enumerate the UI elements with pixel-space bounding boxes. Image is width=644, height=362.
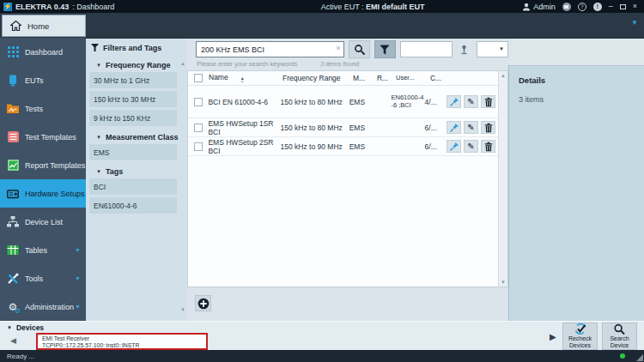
notifications-icon[interactable]: ! — [593, 3, 602, 11]
table-row[interactable]: BCI EN 61000-4-6 150 kHz to 80 MHz EMS E… — [188, 86, 507, 118]
sidebar-item-administration[interactable]: ⚙ ⚙ Administration ▼ — [0, 293, 86, 321]
tools-expand-chevron-icon[interactable]: ▼ — [75, 275, 81, 281]
trash-icon — [483, 142, 494, 152]
sidebar-item-label: Tools — [25, 275, 43, 283]
pin-device-button[interactable] — [457, 40, 472, 58]
dashboard-grid-icon — [7, 46, 19, 58]
filter-section-tags[interactable]: ▼ Tags — [86, 163, 187, 178]
cell-name: BCI EN 61000-4-6 — [208, 98, 280, 106]
select-all-checkbox[interactable] — [194, 74, 203, 82]
minimize-button[interactable]: – — [609, 3, 613, 10]
filter-button[interactable] — [374, 40, 396, 58]
filter-item[interactable]: EN61000-4-6 — [89, 197, 177, 214]
page-title: : Dashboard — [72, 3, 114, 11]
filter-section-title: Measurement Class — [106, 133, 179, 142]
view-dropdown[interactable]: ▼ — [477, 41, 508, 57]
filter-item[interactable]: BCI — [89, 178, 177, 195]
filter-item[interactable]: 30 MHz to 1 GHz — [89, 72, 177, 88]
filter-item[interactable]: 9 kHz to 150 KHz — [89, 110, 177, 126]
row-checkbox[interactable] — [194, 124, 203, 132]
sidebar-item-label: Hardware Setups — [25, 190, 85, 198]
pencil-icon: ✎ — [467, 124, 474, 132]
devices-scroll-left-icon[interactable]: ◀ — [10, 336, 16, 345]
sidebar-item-label: Device List — [25, 218, 63, 226]
delete-row-button[interactable] — [481, 121, 495, 134]
sidebar-item-euts[interactable]: EUTs — [0, 66, 86, 94]
details-summary: 3 items — [519, 95, 644, 104]
sidebar-nav: Dashboard EUTs Tests Test Templates Repo… — [0, 38, 86, 321]
search-button[interactable] — [349, 40, 370, 58]
edit-row-button[interactable]: ✎ — [464, 95, 478, 108]
table-row[interactable]: EMS HWSetup 1SR BCI 150 kHz to 80 MHz EM… — [188, 118, 507, 137]
edit-row-button[interactable]: ✎ — [464, 140, 478, 153]
table-row[interactable]: EMS HWSetup 2SR BCI 150 kHz to 90 MHz EM… — [188, 137, 507, 156]
recheck-devices-button[interactable]: Recheck Devices — [562, 323, 598, 350]
cell-c: 4/... — [425, 98, 447, 106]
filter-section-measurement-class[interactable]: ▼ Measurement Class — [86, 129, 187, 144]
pin-row-button[interactable] — [447, 121, 461, 134]
maximize-button[interactable] — [620, 4, 626, 9]
edit-row-button[interactable]: ✎ — [464, 121, 478, 134]
filter-section-title: Tags — [106, 167, 123, 176]
recheck-label-line1: Recheck — [568, 335, 592, 342]
device-filter-input[interactable] — [400, 41, 453, 57]
filters-scroll-up-icon[interactable]: ▲ — [180, 61, 185, 66]
tabbar-chevron-down-icon[interactable]: ▼ — [631, 19, 638, 27]
column-header-frequency-range[interactable]: Frequency Range — [283, 74, 353, 82]
pencil-icon: ✎ — [467, 142, 474, 151]
cell-user-tags: EN61000-4-6 ;BCI — [392, 94, 425, 109]
delete-row-button[interactable] — [481, 95, 495, 108]
user-menu[interactable]: Admin — [522, 3, 556, 11]
cell-measurement-class: EMS — [349, 124, 373, 132]
tab-home[interactable]: Home — [2, 15, 86, 37]
delete-row-button[interactable] — [481, 140, 495, 153]
search-result-count: 3 items found. — [320, 60, 361, 68]
cell-measurement-class: EMS — [349, 98, 373, 106]
details-title: Details — [519, 75, 644, 85]
details-panel: Details 3 items — [508, 38, 644, 321]
resize-grip[interactable] — [636, 354, 643, 361]
filter-item[interactable]: 150 kHz to 30 MHz — [89, 91, 177, 107]
column-header-measurement-class[interactable]: M... — [353, 74, 377, 82]
sidebar-item-tables[interactable]: Tables ▼ — [0, 236, 86, 264]
sidebar-item-report-templates[interactable]: Report Templates — [0, 151, 86, 179]
sidebar-item-test-templates[interactable]: Test Templates — [0, 123, 86, 151]
sidebar-item-hardware-setups[interactable]: Hardware Setups — [0, 179, 86, 208]
devices-header[interactable]: ▼ Devices — [0, 322, 644, 332]
pushpin-icon — [449, 97, 459, 107]
help-icon[interactable]: ? — [578, 3, 586, 11]
scroll-up-icon[interactable]: ▲ — [501, 73, 506, 78]
column-header-c[interactable]: C... — [430, 74, 453, 82]
device-card-emi-test-receiver[interactable]: EMI Test Receiver TCPIP0::172.25.57.100:… — [36, 333, 208, 350]
pin-row-button[interactable] — [447, 140, 461, 153]
active-eut-value: EMI default EUT — [366, 3, 425, 11]
scroll-down-icon[interactable]: ▼ — [501, 280, 506, 285]
sidebar-item-device-list[interactable]: Device List — [0, 208, 86, 236]
column-header-user-tags[interactable]: User... — [396, 75, 430, 82]
filter-item[interactable]: EMS — [89, 144, 177, 160]
column-header-name[interactable]: Name▲▼ — [209, 73, 283, 83]
search-device-button[interactable]: Search Device — [602, 323, 637, 350]
tables-expand-chevron-icon[interactable]: ▼ — [75, 247, 81, 253]
search-device-label-line1: Search — [610, 335, 629, 342]
row-checkbox[interactable] — [194, 142, 203, 151]
search-input[interactable] — [197, 45, 332, 54]
close-button[interactable]: × — [633, 3, 637, 10]
sidebar-item-label: Dashboard — [25, 48, 63, 57]
devices-scroll-right-icon[interactable]: ▶ — [550, 332, 556, 341]
add-hardware-setup-button[interactable] — [195, 295, 211, 311]
table-scrollbar[interactable]: ▲ ▼ — [498, 71, 507, 287]
column-header-label: Name — [209, 73, 228, 81]
filters-scroll-down-icon[interactable]: ▼ — [180, 307, 185, 312]
administration-expand-chevron-icon[interactable]: ▼ — [75, 304, 81, 310]
column-header-r[interactable]: R... — [377, 74, 396, 82]
search-device-icon — [613, 323, 626, 335]
row-checkbox[interactable] — [194, 98, 203, 106]
sidebar-item-tools[interactable]: Tools ▼ — [0, 264, 86, 293]
search-clear-icon[interactable]: × — [336, 45, 340, 52]
filter-section-frequency-range[interactable]: ▼ Frequency Range — [86, 57, 187, 72]
printer-icon[interactable] — [562, 3, 571, 11]
sidebar-item-tests[interactable]: Tests — [0, 94, 86, 123]
sidebar-item-dashboard[interactable]: Dashboard — [0, 38, 86, 66]
pin-row-button[interactable] — [447, 95, 461, 108]
